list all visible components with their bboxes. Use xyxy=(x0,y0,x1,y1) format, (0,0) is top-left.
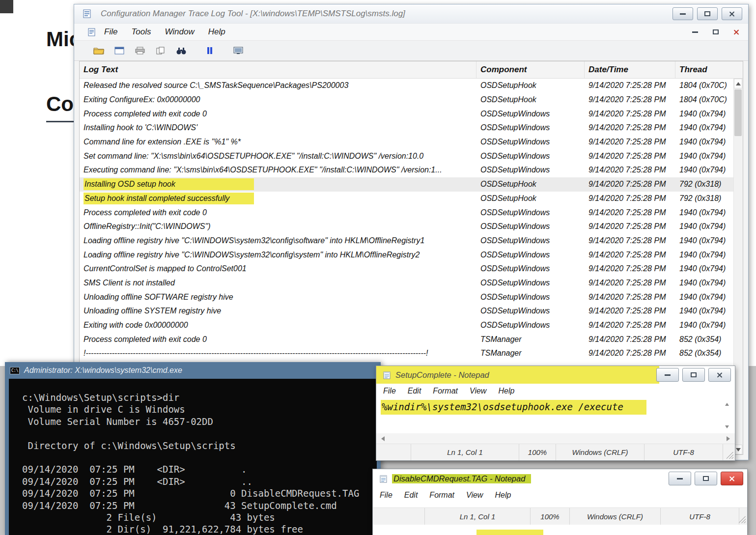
log-thread-cell: 1940 (0x794) xyxy=(675,236,734,245)
column-header-log-text[interactable]: Log Text xyxy=(80,61,476,78)
console-line: 09/14/2020 07:25 PM <DIR> . xyxy=(22,463,377,475)
log-datetime-cell: 9/14/2020 7:25:28 PM xyxy=(585,138,675,146)
mdi-restore-button[interactable] xyxy=(711,28,721,36)
notepad1-titlebar[interactable]: SetupComplete - Notepad xyxy=(376,366,735,384)
menu-item[interactable]: Format xyxy=(429,491,454,500)
mdi-close-button[interactable] xyxy=(731,28,741,36)
log-row[interactable]: Executing command line: "X:\sms\bin\x64\… xyxy=(80,163,734,177)
log-row[interactable]: Released the resolved source C:\_SMSTask… xyxy=(80,79,734,93)
minimize-icon xyxy=(677,478,683,479)
resize-grip[interactable] xyxy=(723,444,735,460)
horizontal-scrollbar[interactable] xyxy=(376,433,735,444)
log-row[interactable]: Unloading offline SOFTWARE registry hive… xyxy=(80,290,734,304)
menu-item[interactable]: Help xyxy=(208,27,225,37)
mdi-minimize-button[interactable] xyxy=(690,28,700,36)
log-component-cell: OSDSetupHook xyxy=(476,194,585,203)
log-text-cell: Unloading offline SOFTWARE registry hive xyxy=(80,293,476,302)
log-datetime-cell: 9/14/2020 7:25:28 PM xyxy=(585,321,675,330)
minimize-button[interactable] xyxy=(656,368,679,382)
log-row[interactable]: Installing hook to 'C:\WINDOWS' OSDSetup… xyxy=(80,121,734,135)
notepad2-statusbar: Ln 1, Col 1 100% Windows (CRLF) UTF-8 xyxy=(373,507,747,525)
log-thread-cell: 1940 (0x794) xyxy=(675,321,734,330)
log-row[interactable]: Loading offline registry hive "C:\WINDOW… xyxy=(80,248,734,262)
background-heading-bottom: Co xyxy=(46,92,74,116)
log-row[interactable]: Setup hook install completed successfull… xyxy=(80,192,734,206)
copy-button[interactable] xyxy=(152,43,169,58)
column-header-component[interactable]: Component xyxy=(476,61,585,78)
menu-item[interactable]: Edit xyxy=(404,491,418,500)
pause-button[interactable] xyxy=(201,43,219,58)
close-button[interactable] xyxy=(708,368,731,382)
status-line-endings: Windows (CRLF) xyxy=(569,508,660,525)
log-row[interactable]: Process completed with exit code 0 TSMan… xyxy=(80,332,734,346)
menu-item[interactable]: Help xyxy=(495,491,511,500)
menu-item[interactable]: Format xyxy=(433,387,458,395)
log-text: Installing hook to 'C:\WINDOWS' xyxy=(84,123,197,132)
menu-item[interactable]: View xyxy=(466,491,483,500)
menu-item[interactable]: Tools xyxy=(131,27,151,37)
log-component-cell: OSDSetupWindows xyxy=(476,307,585,315)
log-component-cell: OSDSetupHook xyxy=(476,95,585,104)
menu-item[interactable]: File xyxy=(380,491,392,500)
notepad1-text-area[interactable]: %windir%\system32\osdsetuphook.exe /exec… xyxy=(376,398,735,433)
log-text-cell: Setup hook install completed successfull… xyxy=(80,193,476,204)
maximize-button[interactable] xyxy=(695,472,717,485)
close-button[interactable] xyxy=(722,7,742,20)
scroll-right-icon[interactable] xyxy=(727,436,730,441)
menu-item[interactable]: Edit xyxy=(408,387,421,395)
log-text-cell: Executing command line: "X:\sms\bin\x64\… xyxy=(80,166,476,174)
menu-item[interactable]: Help xyxy=(498,387,514,395)
log-datetime-cell: 9/14/2020 7:25:28 PM xyxy=(585,222,675,231)
find-button[interactable] xyxy=(172,43,190,58)
maximize-icon xyxy=(704,11,710,16)
minimize-button[interactable] xyxy=(672,7,693,20)
log-row[interactable]: Unloading offline SYSTEM registry hive O… xyxy=(80,304,734,318)
cmtrace-titlebar[interactable]: Configuration Manager Trace Log Tool - [… xyxy=(74,4,748,24)
console-output[interactable]: c:\Windows\Setup\scripts>dir Volume in d… xyxy=(9,379,377,535)
scroll-left-icon[interactable] xyxy=(381,436,385,441)
open-button[interactable] xyxy=(90,43,108,58)
cmtrace-toolbar xyxy=(74,41,748,61)
monitor-button[interactable] xyxy=(229,43,247,58)
document-icon[interactable] xyxy=(88,28,95,36)
scroll-up-icon[interactable] xyxy=(725,403,729,406)
column-header-datetime[interactable]: Date/Time xyxy=(585,61,675,78)
log-row[interactable]: Set command line: "X:\sms\bin\x64\OSDSET… xyxy=(80,149,734,163)
minimize-icon xyxy=(692,31,698,33)
log-row[interactable]: OfflineRegistry::Init("C:\WINDOWS") OSDS… xyxy=(80,220,734,234)
maximize-button[interactable] xyxy=(682,368,705,382)
menu-item[interactable]: File xyxy=(383,387,396,395)
log-row[interactable]: !---------------------------------------… xyxy=(80,346,734,361)
notepad2-text-area[interactable] xyxy=(373,503,747,507)
log-component-cell: OSDSetupWindows xyxy=(476,138,585,146)
notepad2-titlebar[interactable]: DisableCMDRequest.TAG - Notepad xyxy=(373,469,747,488)
scroll-down-icon[interactable] xyxy=(725,425,729,428)
log-row[interactable]: Loading offline registry hive "C:\WINDOW… xyxy=(80,234,734,248)
maximize-button[interactable] xyxy=(697,7,718,20)
scrollbar-thumb[interactable] xyxy=(734,89,742,136)
menu-item[interactable]: View xyxy=(470,387,486,395)
log-row[interactable]: Exiting with code 0x00000000 OSDSetupWin… xyxy=(80,318,734,333)
log-row[interactable]: Installing OSD setup hook OSDSetupHook 9… xyxy=(80,177,734,192)
window-button[interactable] xyxy=(111,43,128,58)
log-row[interactable]: SMS Client is not installed OSDSetupWind… xyxy=(80,276,734,290)
log-row[interactable]: Exiting ConfigureEx: 0x00000000 OSDSetup… xyxy=(80,93,734,107)
log-thread-cell: 1804 (0x70C) xyxy=(675,81,734,90)
column-header-thread[interactable]: Thread xyxy=(675,61,743,78)
log-row[interactable]: Process completed with exit code 0 OSDSe… xyxy=(80,107,734,121)
log-row[interactable]: Command line for extension .EXE is "%1" … xyxy=(80,135,734,149)
status-cursor-position: Ln 1, Col 1 xyxy=(411,444,519,460)
log-row[interactable]: Process completed with exit code 0 OSDSe… xyxy=(80,205,734,220)
log-row[interactable]: CurrentControlSet is mapped to ControlSe… xyxy=(80,262,734,276)
minimize-button[interactable] xyxy=(669,472,691,485)
log-text-cell: Unloading offline SYSTEM registry hive xyxy=(80,307,476,315)
close-button[interactable] xyxy=(721,472,743,485)
menu-item[interactable]: File xyxy=(104,27,117,37)
print-button[interactable] xyxy=(131,43,149,58)
scroll-up-button[interactable] xyxy=(734,79,742,88)
resize-grip[interactable] xyxy=(739,508,747,525)
cmd-titlebar[interactable]: C:\ Administrator: X:\windows\system32\c… xyxy=(5,362,381,379)
log-datetime-cell: 9/14/2020 7:25:28 PM xyxy=(585,166,675,174)
caption-buttons xyxy=(669,472,743,485)
menu-item[interactable]: Window xyxy=(165,27,194,37)
